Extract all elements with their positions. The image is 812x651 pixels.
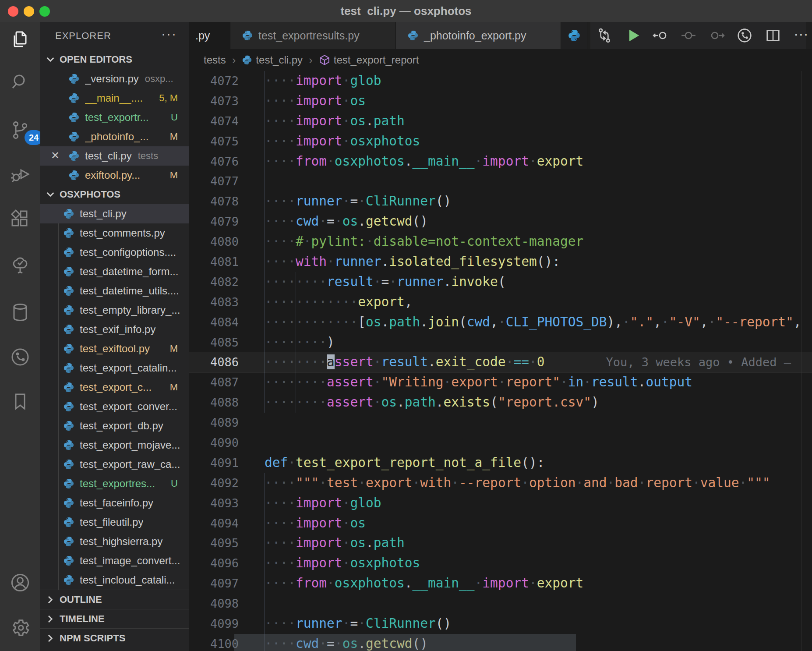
line-number[interactable]: 4082 (189, 272, 239, 292)
line-number[interactable]: 4093 (189, 493, 239, 513)
close-editor-icon[interactable]: ✕ (51, 149, 60, 162)
explorer-icon[interactable] (10, 28, 31, 49)
open-editor-item[interactable]: ✕test_cli.pytests (40, 146, 189, 166)
code-line[interactable]: 4078····runner·=·CliRunner() (189, 191, 812, 212)
database-icon[interactable] (10, 302, 31, 323)
breadcrumb-item[interactable]: test_cli.py (242, 54, 303, 66)
code-line[interactable]: 4073····import·os (189, 91, 812, 111)
file-tree-item[interactable]: test_incloud_catali... (40, 570, 189, 590)
line-number[interactable]: 4099 (189, 614, 239, 634)
line-number[interactable]: 4078 (189, 191, 239, 212)
breadcrumb-item[interactable]: test_export_report (319, 54, 419, 66)
code-line[interactable]: 4100····cwd·=·os.getcwd() (189, 634, 812, 651)
code-line[interactable]: 4088········assert·os.path.exists("repor… (189, 393, 812, 413)
code-line[interactable]: 4095····import·os.path (189, 533, 812, 553)
line-number[interactable]: 4088 (189, 393, 239, 413)
code-line[interactable]: 4098 (189, 594, 812, 614)
run-icon[interactable] (624, 27, 642, 44)
file-tree-item[interactable]: test_exif_info.py (40, 320, 189, 339)
line-number[interactable]: 4080 (189, 232, 239, 252)
code-line[interactable]: 4094····import·os (189, 513, 812, 534)
code-line[interactable]: 4097····from·osxphotos.__main__·import·e… (189, 573, 812, 594)
line-number[interactable]: 4096 (189, 553, 239, 573)
test-explorer-icon[interactable] (10, 254, 31, 275)
line-number[interactable]: 4084 (189, 312, 239, 333)
code-line[interactable]: 4085········) (189, 333, 812, 353)
file-tree-item[interactable]: test_comments.py (40, 223, 189, 243)
tab-overflow[interactable] (561, 22, 587, 49)
code-line[interactable]: 4092····"""·test·export·with·--report·op… (189, 473, 812, 493)
code-line[interactable]: 4080····#·pylint:·disable=not-context-ma… (189, 232, 812, 252)
code-line[interactable]: 4075····import·osxphotos (189, 131, 812, 152)
line-number[interactable]: 4092 (189, 473, 239, 493)
file-tree-item[interactable]: test_faceinfo.py (40, 493, 189, 513)
code-line[interactable]: 4084············[os.path.join(cwd,·CLI_P… (189, 312, 812, 333)
previous-change-icon[interactable] (652, 27, 669, 44)
open-editor-item[interactable]: _photoinfo_...M (40, 127, 189, 146)
run-debug-icon[interactable] (10, 163, 31, 184)
sidebar-section-timeline[interactable]: TIMELINE (40, 609, 189, 628)
split-editor-icon[interactable] (764, 27, 782, 44)
sidebar-more-actions[interactable]: ··· (161, 26, 177, 41)
line-number[interactable]: 4074 (189, 111, 239, 131)
line-number[interactable]: 4076 (189, 152, 239, 172)
file-tree-item[interactable]: test_image_convert... (40, 551, 189, 570)
open-editor-item[interactable]: __main__....5, M (40, 88, 189, 108)
line-number[interactable]: 4073 (189, 91, 239, 111)
file-tree-item[interactable]: test_export_conver... (40, 397, 189, 416)
code-line[interactable]: 4081····with·runner.isolated_filesystem(… (189, 252, 812, 272)
code-line[interactable]: 4079····cwd·=·os.getcwd() (189, 212, 812, 232)
line-number[interactable]: 4083 (189, 292, 239, 312)
line-number[interactable]: 4095 (189, 533, 239, 553)
line-number[interactable]: 4098 (189, 594, 239, 614)
compare-changes-icon[interactable] (596, 27, 613, 44)
source-control-icon[interactable]: 24 (10, 120, 31, 141)
project-section-header[interactable]: OSXPHOTOS (40, 185, 189, 204)
tab-.py[interactable]: .py (189, 22, 230, 49)
line-number[interactable]: 4075 (189, 131, 239, 152)
open-editor-item[interactable]: _version.pyosxp... (40, 69, 189, 88)
file-tree-item[interactable]: test_export_raw_ca... (40, 455, 189, 474)
line-number[interactable]: 4090 (189, 433, 239, 453)
search-icon[interactable] (10, 71, 31, 92)
current-change-icon[interactable] (680, 27, 697, 44)
account-icon[interactable] (10, 572, 31, 593)
line-number[interactable]: 4097 (189, 573, 239, 594)
line-number[interactable]: 4100 (189, 634, 239, 651)
code-line[interactable]: 4093····import·glob (189, 493, 812, 513)
code-line[interactable]: 4074····import·os.path (189, 111, 812, 131)
code-line[interactable]: 4086········assert·result.exit_code·==·0… (189, 352, 812, 372)
code-line[interactable]: 4090 (189, 433, 812, 453)
file-tree-item[interactable]: test_export_c...M (40, 378, 189, 397)
settings-gear-icon[interactable] (10, 617, 31, 638)
file-tree-item[interactable]: test_datetime_utils.... (40, 281, 189, 301)
code-line[interactable]: 4082········result·=·runner.invoke( (189, 272, 812, 292)
open-editors-section-header[interactable]: OPEN EDITORS (40, 50, 189, 69)
git-graph-toolbar-icon[interactable] (736, 27, 753, 44)
tab-_photoinfo_export.py[interactable]: _photoinfo_export.py (396, 22, 561, 49)
code-line[interactable]: 4089 (189, 413, 812, 433)
file-tree-item[interactable]: test_export_mojave... (40, 435, 189, 455)
file-tree-item[interactable]: test_exiftool.pyM (40, 339, 189, 358)
line-number[interactable]: 4077 (189, 171, 239, 191)
file-tree-item[interactable]: test_cli.py (40, 204, 189, 223)
tab-test_exportresults.py[interactable]: test_exportresults.py (230, 22, 396, 49)
code-line[interactable]: 4099····runner·=·CliRunner() (189, 614, 812, 634)
line-number[interactable]: 4091 (189, 453, 239, 473)
file-tree-item[interactable]: test_empty_library_... (40, 301, 189, 320)
breadcrumb-item[interactable]: tests (204, 54, 226, 66)
code-line[interactable]: 4077 (189, 171, 812, 191)
line-number[interactable]: 4086 (189, 352, 239, 372)
next-change-icon[interactable] (708, 27, 726, 44)
line-number[interactable]: 4085 (189, 333, 239, 353)
code-line[interactable]: 4083············export, (189, 292, 812, 312)
file-tree-item[interactable]: test_highsierra.py (40, 532, 189, 551)
line-number[interactable]: 4072 (189, 71, 239, 91)
code-line[interactable]: 4072····import·glob (189, 71, 812, 91)
file-tree-item[interactable]: test_export_catalin... (40, 358, 189, 378)
code-line[interactable]: 4087········assert·"Writing·export·repor… (189, 372, 812, 393)
open-editor-item[interactable]: test_exportr...U (40, 108, 189, 127)
bookmarks-icon[interactable] (10, 391, 31, 412)
file-tree-item[interactable]: test_fileutil.py (40, 513, 189, 532)
line-number[interactable]: 4081 (189, 252, 239, 272)
